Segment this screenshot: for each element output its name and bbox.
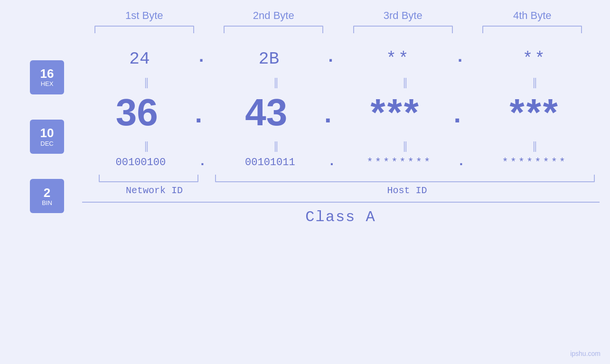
watermark: ipshu.com (570, 350, 601, 357)
bracket-top-1 (94, 26, 194, 33)
hex-badge-label: HEX (41, 80, 54, 87)
byte-labels-row: 1st Byte 2nd Byte 3rd Byte 4th Byte (80, 9, 597, 22)
bin-badge-num: 2 (44, 186, 50, 200)
values-area: 24 . 2B . ** . ** ‖ ‖ ‖ (71, 47, 610, 226)
network-id-label: Network ID (82, 185, 215, 196)
host-bracket-container (215, 175, 595, 182)
bin-dot2: . (328, 154, 336, 171)
hex-byte1-group: 24 . (85, 47, 208, 71)
equals-row-2: ‖ ‖ ‖ ‖ (82, 140, 600, 152)
byte4-label: 4th Byte (473, 9, 591, 22)
content-area: 16 HEX 10 DEC 2 BIN 24 . 2B (0, 47, 610, 226)
bin-value-row: 00100100 . 00101011 . ******** . *******… (82, 154, 600, 171)
top-brackets-row (80, 26, 597, 33)
hex-byte4-group: ** (473, 49, 596, 69)
dec-dot1: . (191, 101, 206, 134)
bin-byte1-group: 00100100 . (85, 154, 208, 171)
hex-badge-num: 16 (40, 67, 54, 81)
dec-dot2: . (320, 101, 336, 134)
equals-row-1: ‖ ‖ ‖ ‖ (82, 76, 600, 89)
dec-badge-num: 10 (40, 126, 54, 140)
equals-8: ‖ (473, 140, 596, 152)
byte3-label: 3rd Byte (344, 9, 462, 22)
bin-byte1: 00100100 (85, 157, 197, 168)
equals-7: ‖ (344, 140, 467, 152)
dec-byte1: 36 (85, 91, 189, 134)
host-id-label: Host ID (215, 185, 600, 196)
bin-byte2-group: 00101011 . (214, 154, 338, 171)
hex-byte2-group: 2B . (214, 47, 338, 71)
hex-badge: 16 HEX (30, 60, 64, 94)
bracket-bottom-row (82, 175, 600, 182)
dec-dot3: . (450, 101, 465, 134)
byte2-label: 2nd Byte (214, 9, 333, 22)
bottom-brackets-section: Network ID Host ID (82, 175, 600, 196)
hex-byte3-group: ** . (344, 47, 467, 71)
dec-byte1-group: 36 . (85, 91, 208, 134)
bin-dot3: . (457, 154, 465, 171)
network-bracket-container (87, 175, 201, 182)
equals-1: ‖ (85, 76, 208, 89)
bracket-top-2 (224, 26, 323, 33)
bin-byte4: ******** (473, 157, 596, 168)
byte1-label: 1st Byte (85, 9, 204, 22)
dec-badge-label: DEC (40, 140, 53, 147)
hex-dot3: . (455, 47, 465, 71)
equals-4: ‖ (473, 76, 596, 89)
dec-byte2-group: 43 . (214, 91, 338, 134)
bin-dot1: . (198, 154, 206, 171)
bin-badge: 2 BIN (30, 179, 64, 213)
dec-byte4: *** (473, 91, 596, 134)
hex-byte2: 2B (214, 49, 323, 69)
dec-byte3-group: *** . (344, 91, 467, 134)
bin-byte3-group: ******** . (344, 154, 467, 171)
bin-byte4-group: ******** (473, 157, 596, 168)
dec-value-row: 36 . 43 . *** . *** (82, 91, 600, 134)
badges-column: 16 HEX 10 DEC 2 BIN (0, 47, 71, 226)
dec-byte2: 43 (214, 91, 318, 134)
bracket-top-4 (482, 26, 582, 33)
hex-dot1: . (196, 47, 206, 71)
hex-dot2: . (326, 47, 336, 71)
dec-byte3: *** (344, 91, 448, 134)
host-bracket-line (215, 175, 595, 182)
bin-byte2: 00101011 (214, 157, 326, 168)
hex-byte4: ** (473, 49, 596, 69)
equals-5: ‖ (85, 140, 208, 152)
hex-value-row: 24 . 2B . ** . ** (82, 47, 600, 71)
bracket-gap (201, 175, 215, 182)
dec-byte4-group: *** (473, 91, 596, 134)
network-bracket-line (99, 175, 198, 182)
bracket-top-3 (353, 26, 453, 33)
class-label: Class A (305, 208, 375, 226)
equals-2: ‖ (214, 76, 338, 89)
equals-6: ‖ (214, 140, 338, 152)
main-container: 1st Byte 2nd Byte 3rd Byte 4th Byte 16 H… (0, 0, 610, 364)
equals-3: ‖ (344, 76, 467, 89)
dec-badge: 10 DEC (30, 120, 64, 154)
bin-byte3: ******** (344, 157, 455, 168)
bottom-labels-row: Network ID Host ID (82, 185, 600, 196)
bin-badge-label: BIN (42, 199, 52, 206)
hex-byte3: ** (344, 49, 453, 69)
class-section: Class A (82, 202, 600, 226)
hex-byte1: 24 (85, 49, 194, 69)
